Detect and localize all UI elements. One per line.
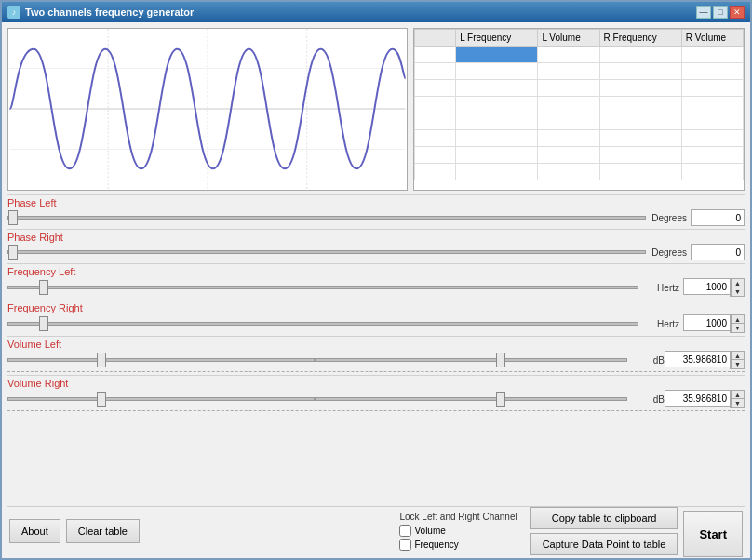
vol-right-controls: dB ▲ ▼ <box>7 390 745 408</box>
table-cell[interactable] <box>415 130 456 147</box>
vol-right-slider2[interactable] <box>315 397 627 401</box>
waveform-svg <box>8 29 407 190</box>
table-cell[interactable] <box>415 80 456 97</box>
vol-left-slider2[interactable] <box>315 358 627 362</box>
freq-left-slider[interactable] <box>7 286 638 289</box>
freq-left-down[interactable]: ▼ <box>731 287 744 296</box>
controls-section: Phase Left Degrees Phase Right Degrees F <box>7 194 745 506</box>
clear-button[interactable]: Clear table <box>66 519 140 543</box>
vol-left-up[interactable]: ▲ <box>731 352 744 360</box>
vol-right-separator <box>7 410 745 411</box>
close-button[interactable]: ✕ <box>730 6 745 19</box>
table-cell[interactable] <box>538 63 599 80</box>
frequency-lock-checkbox[interactable] <box>399 539 411 551</box>
table-cell[interactable] <box>415 97 456 113</box>
table-cell[interactable] <box>415 113 456 130</box>
waveform-display <box>7 28 408 191</box>
table-cell[interactable] <box>456 130 538 147</box>
table-cell[interactable] <box>599 63 681 80</box>
vol-right-up[interactable]: ▲ <box>731 391 744 399</box>
phase-right-value[interactable] <box>691 244 745 260</box>
table-cell[interactable] <box>599 47 681 63</box>
vol-left-slider1[interactable] <box>7 358 315 362</box>
start-button[interactable]: Start <box>683 511 743 557</box>
col-header-r-freq: R Frequency <box>599 30 681 47</box>
table-cell[interactable] <box>415 63 456 80</box>
capture-button[interactable]: Capture Data Point to table <box>530 533 678 555</box>
phase-left-row: Phase Left Degrees <box>7 194 745 228</box>
freq-left-spinner-group: ▲ ▼ <box>683 278 745 297</box>
table-cell[interactable] <box>681 130 743 147</box>
vol-left-down[interactable]: ▼ <box>731 360 744 368</box>
vol-right-spinner-group: ▲ ▼ <box>665 390 745 408</box>
vol-right-down[interactable]: ▼ <box>731 399 744 407</box>
copy-clipboard-button[interactable]: Copy table to clipboard <box>530 507 678 529</box>
volume-lock-checkbox[interactable] <box>399 525 411 537</box>
table-cell[interactable] <box>538 80 599 97</box>
table-cell[interactable] <box>415 164 456 180</box>
phase-right-slider[interactable] <box>7 250 646 254</box>
table-scroll[interactable]: L Frequency L Volume R Frequency R Volum… <box>414 29 744 190</box>
col-header-r-vol: R Volume <box>681 30 743 47</box>
freq-left-up[interactable]: ▲ <box>731 279 744 287</box>
table-cell[interactable] <box>681 47 743 63</box>
freq-right-down[interactable]: ▼ <box>731 324 744 332</box>
table-cell[interactable] <box>538 164 599 180</box>
minimize-button[interactable]: — <box>696 6 711 19</box>
freq-right-slider[interactable] <box>7 322 638 326</box>
table-row <box>415 130 744 147</box>
table-cell[interactable] <box>456 164 538 180</box>
table-cell[interactable] <box>538 47 599 63</box>
table-cell[interactable] <box>599 113 681 130</box>
freq-right-value[interactable] <box>683 314 730 331</box>
table-cell[interactable] <box>538 113 599 130</box>
table-cell[interactable] <box>681 147 743 164</box>
freq-left-controls: Hertz ▲ ▼ <box>7 278 745 297</box>
table-cell[interactable] <box>599 80 681 97</box>
phase-left-slider[interactable] <box>7 216 646 220</box>
table-cell[interactable] <box>456 47 538 63</box>
app-icon: ♪ <box>7 6 20 19</box>
freq-left-unit: Hertz <box>642 283 679 293</box>
phase-left-value[interactable] <box>691 209 745 226</box>
freq-right-up[interactable]: ▲ <box>731 315 744 324</box>
table-cell[interactable] <box>538 147 599 164</box>
table-cell[interactable] <box>599 97 681 113</box>
table-cell[interactable] <box>681 113 743 130</box>
freq-left-label: Frequency Left <box>7 266 745 277</box>
volume-lock-row: Volume <box>399 525 517 537</box>
table-cell[interactable] <box>538 97 599 113</box>
table-cell[interactable] <box>599 147 681 164</box>
phase-left-label: Phase Left <box>7 197 745 208</box>
col-header-l-vol: L Volume <box>538 30 599 47</box>
table-cell[interactable] <box>681 164 743 180</box>
phase-left-unit: Degrees <box>650 213 687 223</box>
table-cell[interactable] <box>456 63 538 80</box>
freq-right-controls: Hertz ▲ ▼ <box>7 314 745 333</box>
table-cell[interactable] <box>538 130 599 147</box>
table-cell[interactable] <box>599 130 681 147</box>
table-cell[interactable] <box>681 97 743 113</box>
table-cell[interactable] <box>415 147 456 164</box>
table-cell[interactable] <box>681 63 743 80</box>
table-cell[interactable] <box>456 147 538 164</box>
vol-right-value[interactable] <box>665 390 730 407</box>
top-row: L Frequency L Volume R Frequency R Volum… <box>7 28 745 191</box>
table-cell[interactable] <box>456 80 538 97</box>
table-cell[interactable] <box>681 80 743 97</box>
title-bar: ♪ Two channels frequency generator — □ ✕ <box>2 2 750 22</box>
about-button[interactable]: About <box>9 519 60 543</box>
freq-right-spinner-group: ▲ ▼ <box>683 314 745 333</box>
vol-right-slider1[interactable] <box>7 397 315 401</box>
data-table: L Frequency L Volume R Frequency R Volum… <box>414 29 744 180</box>
table-cell[interactable] <box>599 164 681 180</box>
table-cell[interactable] <box>415 47 456 63</box>
maximize-button[interactable]: □ <box>713 6 728 19</box>
vol-left-separator <box>7 371 745 372</box>
vol-left-spinner-group: ▲ ▼ <box>665 351 745 369</box>
freq-left-value[interactable] <box>683 278 730 295</box>
table-cell[interactable] <box>456 113 538 130</box>
table-cell[interactable] <box>456 97 538 113</box>
table-row <box>415 164 744 180</box>
vol-left-value[interactable] <box>665 351 730 367</box>
